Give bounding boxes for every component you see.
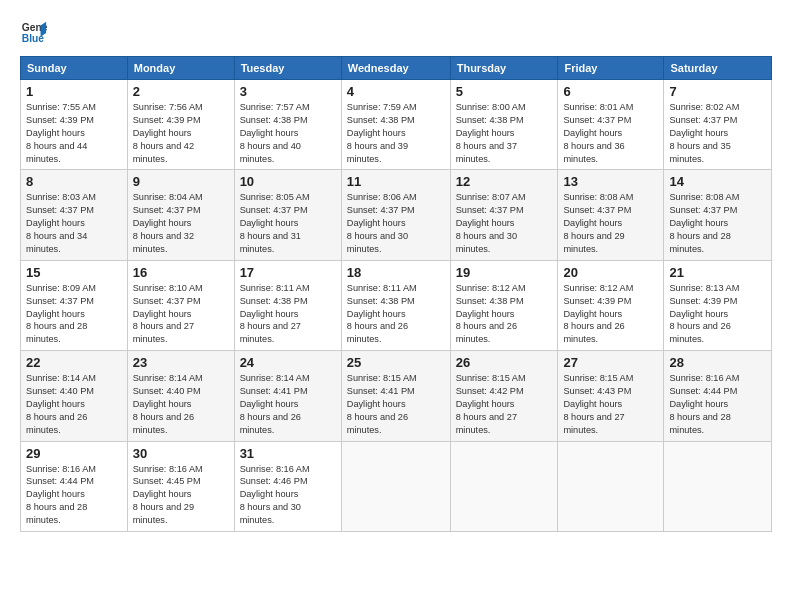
week-row-5: 29 Sunrise: 8:16 AM Sunset: 4:44 PM Dayl… <box>21 441 772 531</box>
day-number: 27 <box>563 355 658 370</box>
day-cell <box>450 441 558 531</box>
day-cell: 16 Sunrise: 8:10 AM Sunset: 4:37 PM Dayl… <box>127 260 234 350</box>
day-cell: 17 Sunrise: 8:11 AM Sunset: 4:38 PM Dayl… <box>234 260 341 350</box>
col-header-thursday: Thursday <box>450 57 558 80</box>
day-info: Sunrise: 8:13 AM Sunset: 4:39 PM Dayligh… <box>669 282 766 346</box>
day-info: Sunrise: 7:56 AM Sunset: 4:39 PM Dayligh… <box>133 101 229 165</box>
day-info: Sunrise: 8:10 AM Sunset: 4:37 PM Dayligh… <box>133 282 229 346</box>
day-number: 7 <box>669 84 766 99</box>
day-info: Sunrise: 8:07 AM Sunset: 4:37 PM Dayligh… <box>456 191 553 255</box>
day-info: Sunrise: 8:09 AM Sunset: 4:37 PM Dayligh… <box>26 282 122 346</box>
day-info: Sunrise: 8:08 AM Sunset: 4:37 PM Dayligh… <box>563 191 658 255</box>
day-number: 17 <box>240 265 336 280</box>
day-cell <box>341 441 450 531</box>
day-info: Sunrise: 8:15 AM Sunset: 4:41 PM Dayligh… <box>347 372 445 436</box>
day-number: 13 <box>563 174 658 189</box>
day-info: Sunrise: 8:02 AM Sunset: 4:37 PM Dayligh… <box>669 101 766 165</box>
day-cell: 13 Sunrise: 8:08 AM Sunset: 4:37 PM Dayl… <box>558 170 664 260</box>
week-row-4: 22 Sunrise: 8:14 AM Sunset: 4:40 PM Dayl… <box>21 351 772 441</box>
col-header-tuesday: Tuesday <box>234 57 341 80</box>
day-info: Sunrise: 8:11 AM Sunset: 4:38 PM Dayligh… <box>240 282 336 346</box>
day-info: Sunrise: 8:12 AM Sunset: 4:39 PM Dayligh… <box>563 282 658 346</box>
col-header-monday: Monday <box>127 57 234 80</box>
day-number: 19 <box>456 265 553 280</box>
day-number: 6 <box>563 84 658 99</box>
day-cell: 15 Sunrise: 8:09 AM Sunset: 4:37 PM Dayl… <box>21 260 128 350</box>
day-cell: 5 Sunrise: 8:00 AM Sunset: 4:38 PM Dayli… <box>450 80 558 170</box>
day-number: 24 <box>240 355 336 370</box>
day-cell: 28 Sunrise: 8:16 AM Sunset: 4:44 PM Dayl… <box>664 351 772 441</box>
day-number: 21 <box>669 265 766 280</box>
day-cell: 4 Sunrise: 7:59 AM Sunset: 4:38 PM Dayli… <box>341 80 450 170</box>
day-number: 5 <box>456 84 553 99</box>
day-info: Sunrise: 7:59 AM Sunset: 4:38 PM Dayligh… <box>347 101 445 165</box>
day-cell: 7 Sunrise: 8:02 AM Sunset: 4:37 PM Dayli… <box>664 80 772 170</box>
day-number: 18 <box>347 265 445 280</box>
day-number: 26 <box>456 355 553 370</box>
day-number: 23 <box>133 355 229 370</box>
day-number: 16 <box>133 265 229 280</box>
day-info: Sunrise: 7:55 AM Sunset: 4:39 PM Dayligh… <box>26 101 122 165</box>
day-number: 29 <box>26 446 122 461</box>
day-info: Sunrise: 7:57 AM Sunset: 4:38 PM Dayligh… <box>240 101 336 165</box>
day-number: 3 <box>240 84 336 99</box>
day-number: 22 <box>26 355 122 370</box>
day-info: Sunrise: 8:00 AM Sunset: 4:38 PM Dayligh… <box>456 101 553 165</box>
day-number: 1 <box>26 84 122 99</box>
day-number: 2 <box>133 84 229 99</box>
page: General Blue SundayMondayTuesdayWednesda… <box>0 0 792 544</box>
day-info: Sunrise: 8:11 AM Sunset: 4:38 PM Dayligh… <box>347 282 445 346</box>
header: General Blue <box>20 18 772 46</box>
week-row-1: 1 Sunrise: 7:55 AM Sunset: 4:39 PM Dayli… <box>21 80 772 170</box>
col-header-saturday: Saturday <box>664 57 772 80</box>
day-cell: 8 Sunrise: 8:03 AM Sunset: 4:37 PM Dayli… <box>21 170 128 260</box>
day-cell: 18 Sunrise: 8:11 AM Sunset: 4:38 PM Dayl… <box>341 260 450 350</box>
logo-icon: General Blue <box>20 18 48 46</box>
day-cell: 12 Sunrise: 8:07 AM Sunset: 4:37 PM Dayl… <box>450 170 558 260</box>
day-info: Sunrise: 8:15 AM Sunset: 4:42 PM Dayligh… <box>456 372 553 436</box>
day-cell <box>664 441 772 531</box>
calendar-table: SundayMondayTuesdayWednesdayThursdayFrid… <box>20 56 772 532</box>
day-info: Sunrise: 8:14 AM Sunset: 4:40 PM Dayligh… <box>26 372 122 436</box>
day-cell: 30 Sunrise: 8:16 AM Sunset: 4:45 PM Dayl… <box>127 441 234 531</box>
week-row-3: 15 Sunrise: 8:09 AM Sunset: 4:37 PM Dayl… <box>21 260 772 350</box>
day-cell: 9 Sunrise: 8:04 AM Sunset: 4:37 PM Dayli… <box>127 170 234 260</box>
day-info: Sunrise: 8:16 AM Sunset: 4:44 PM Dayligh… <box>26 463 122 527</box>
day-info: Sunrise: 8:03 AM Sunset: 4:37 PM Dayligh… <box>26 191 122 255</box>
day-number: 15 <box>26 265 122 280</box>
day-cell: 25 Sunrise: 8:15 AM Sunset: 4:41 PM Dayl… <box>341 351 450 441</box>
day-info: Sunrise: 8:06 AM Sunset: 4:37 PM Dayligh… <box>347 191 445 255</box>
logo: General Blue <box>20 18 52 46</box>
day-info: Sunrise: 8:16 AM Sunset: 4:46 PM Dayligh… <box>240 463 336 527</box>
day-cell: 1 Sunrise: 7:55 AM Sunset: 4:39 PM Dayli… <box>21 80 128 170</box>
day-number: 8 <box>26 174 122 189</box>
day-cell: 14 Sunrise: 8:08 AM Sunset: 4:37 PM Dayl… <box>664 170 772 260</box>
day-cell: 23 Sunrise: 8:14 AM Sunset: 4:40 PM Dayl… <box>127 351 234 441</box>
week-row-2: 8 Sunrise: 8:03 AM Sunset: 4:37 PM Dayli… <box>21 170 772 260</box>
day-cell <box>558 441 664 531</box>
day-cell: 6 Sunrise: 8:01 AM Sunset: 4:37 PM Dayli… <box>558 80 664 170</box>
day-info: Sunrise: 8:14 AM Sunset: 4:41 PM Dayligh… <box>240 372 336 436</box>
day-number: 10 <box>240 174 336 189</box>
day-number: 28 <box>669 355 766 370</box>
day-info: Sunrise: 8:05 AM Sunset: 4:37 PM Dayligh… <box>240 191 336 255</box>
day-number: 4 <box>347 84 445 99</box>
day-info: Sunrise: 8:12 AM Sunset: 4:38 PM Dayligh… <box>456 282 553 346</box>
col-header-friday: Friday <box>558 57 664 80</box>
day-cell: 21 Sunrise: 8:13 AM Sunset: 4:39 PM Dayl… <box>664 260 772 350</box>
day-number: 31 <box>240 446 336 461</box>
day-cell: 26 Sunrise: 8:15 AM Sunset: 4:42 PM Dayl… <box>450 351 558 441</box>
day-cell: 24 Sunrise: 8:14 AM Sunset: 4:41 PM Dayl… <box>234 351 341 441</box>
day-cell: 10 Sunrise: 8:05 AM Sunset: 4:37 PM Dayl… <box>234 170 341 260</box>
day-cell: 2 Sunrise: 7:56 AM Sunset: 4:39 PM Dayli… <box>127 80 234 170</box>
day-cell: 11 Sunrise: 8:06 AM Sunset: 4:37 PM Dayl… <box>341 170 450 260</box>
header-row: SundayMondayTuesdayWednesdayThursdayFrid… <box>21 57 772 80</box>
day-cell: 19 Sunrise: 8:12 AM Sunset: 4:38 PM Dayl… <box>450 260 558 350</box>
day-info: Sunrise: 8:16 AM Sunset: 4:45 PM Dayligh… <box>133 463 229 527</box>
day-number: 30 <box>133 446 229 461</box>
day-info: Sunrise: 8:08 AM Sunset: 4:37 PM Dayligh… <box>669 191 766 255</box>
day-cell: 20 Sunrise: 8:12 AM Sunset: 4:39 PM Dayl… <box>558 260 664 350</box>
day-number: 12 <box>456 174 553 189</box>
day-cell: 22 Sunrise: 8:14 AM Sunset: 4:40 PM Dayl… <box>21 351 128 441</box>
col-header-sunday: Sunday <box>21 57 128 80</box>
